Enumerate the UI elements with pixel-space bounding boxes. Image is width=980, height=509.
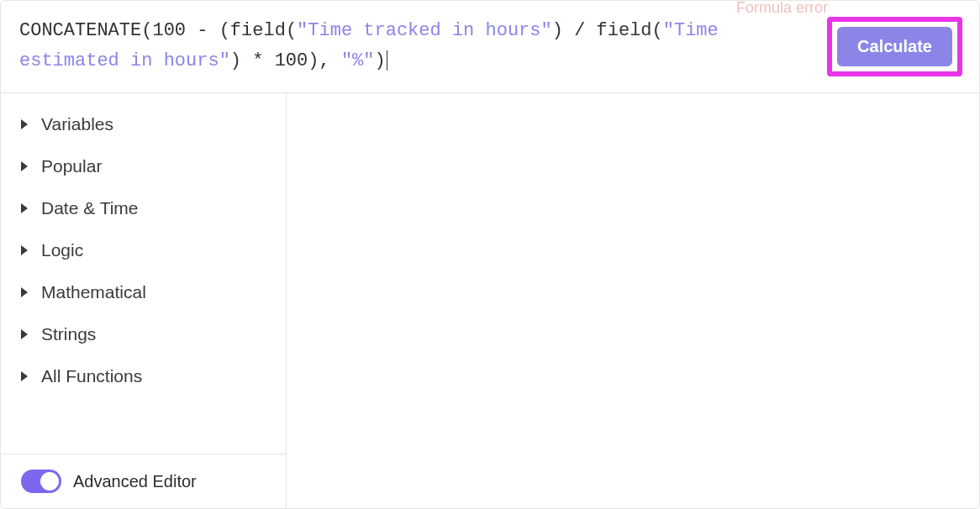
sidebar: VariablesPopularDate & TimeLogicMathemat… bbox=[1, 93, 287, 508]
chevron-right-icon bbox=[21, 161, 28, 171]
category-label: Popular bbox=[41, 156, 102, 176]
toggle-knob bbox=[40, 472, 59, 491]
sidebar-footer: Advanced Editor bbox=[1, 454, 286, 508]
advanced-editor-toggle[interactable] bbox=[21, 470, 61, 493]
chevron-right-icon bbox=[21, 245, 28, 255]
category-label: All Functions bbox=[41, 366, 142, 386]
formula-token-plain: ) / bbox=[552, 20, 597, 41]
formula-error-hint: Formula error bbox=[736, 0, 828, 17]
main-panel bbox=[287, 93, 979, 508]
category-label: Variables bbox=[41, 114, 113, 134]
formula-token-str: "%" bbox=[341, 50, 375, 71]
category-list: VariablesPopularDate & TimeLogicMathemat… bbox=[1, 93, 286, 454]
category-item[interactable]: All Functions bbox=[1, 355, 286, 397]
category-label: Strings bbox=[41, 324, 96, 344]
formula-editor: Formula error CONCATENATE(100 - (field("… bbox=[0, 0, 980, 509]
chevron-right-icon bbox=[21, 119, 28, 129]
formula-token-plain: ) * 100), bbox=[230, 50, 341, 71]
chevron-right-icon bbox=[21, 203, 28, 213]
category-label: Mathematical bbox=[41, 282, 146, 302]
category-item[interactable]: Variables bbox=[1, 103, 286, 145]
category-item[interactable]: Popular bbox=[1, 145, 286, 187]
category-label: Logic bbox=[41, 240, 83, 260]
category-item[interactable]: Logic bbox=[1, 229, 286, 271]
category-item[interactable]: Strings bbox=[1, 313, 286, 355]
formula-token-plain: ) bbox=[374, 50, 385, 71]
chevron-right-icon bbox=[21, 287, 28, 297]
formula-token-fn: CONCATENATE bbox=[19, 20, 141, 41]
chevron-right-icon bbox=[21, 329, 28, 339]
category-item[interactable]: Date & Time bbox=[1, 187, 286, 229]
formula-input[interactable]: CONCATENATE(100 - (field("Time tracked i… bbox=[19, 16, 814, 77]
formula-token-plain: (100 - ( bbox=[141, 20, 230, 41]
text-cursor bbox=[387, 50, 387, 71]
formula-bar: Formula error CONCATENATE(100 - (field("… bbox=[1, 1, 979, 93]
advanced-editor-label: Advanced Editor bbox=[73, 472, 197, 491]
category-item[interactable]: Mathematical bbox=[1, 271, 286, 313]
category-label: Date & Time bbox=[41, 198, 139, 218]
formula-token-fn: field bbox=[230, 20, 286, 41]
formula-token-plain: ( bbox=[652, 20, 663, 41]
calculate-highlight: Calculate bbox=[827, 17, 962, 76]
formula-token-fn: field bbox=[597, 20, 652, 41]
calculate-button[interactable]: Calculate bbox=[837, 27, 952, 66]
chevron-right-icon bbox=[21, 371, 28, 381]
body-area: VariablesPopularDate & TimeLogicMathemat… bbox=[1, 93, 979, 508]
formula-token-plain: ( bbox=[286, 20, 297, 41]
formula-token-str: "Time tracked in hours" bbox=[297, 20, 552, 41]
